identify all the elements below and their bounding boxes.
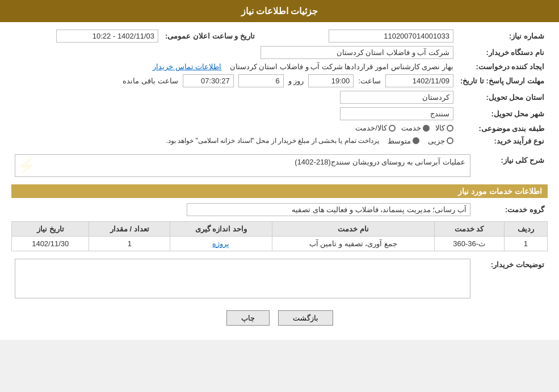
tabaghe-kala-label: کالا bbox=[435, 124, 445, 132]
col-unit: واحد اندازه گیری bbox=[170, 221, 272, 236]
tabaghe-radio-group: کالا خدمت کالا/خدمت bbox=[355, 124, 453, 132]
shomara-niaz-field: 1102007014001033 bbox=[329, 29, 453, 43]
process-jozi-label: جزیی bbox=[428, 137, 445, 145]
contact-link[interactable]: اطلاعات تماس خریدار bbox=[153, 62, 221, 71]
process-mottvaset-label: متوسط bbox=[388, 137, 411, 145]
process-label: نوع فرآیند خرید: bbox=[457, 135, 548, 147]
tabaghe-option-kala[interactable]: کالا bbox=[435, 124, 453, 132]
tozihat-textarea[interactable] bbox=[15, 259, 470, 298]
remaining-field: 07:30:27 bbox=[183, 74, 234, 87]
sharh-table: شرح کلی نیاز: عملیات آبرسانی به روستای د… bbox=[11, 153, 548, 179]
ostan-value: کردستان bbox=[11, 89, 457, 106]
ostan-label: استان محل تحویل: bbox=[457, 89, 548, 106]
tozihat-value bbox=[11, 257, 474, 302]
created-by-text: بهار نصری کارشناس امور قراردادها شرکت آب… bbox=[230, 62, 453, 71]
sharh-niaz-section: شرح کلی نیاز: عملیات آبرسانی به روستای د… bbox=[11, 153, 548, 179]
remaining-label: ساعت باقی مانده bbox=[123, 77, 178, 85]
info-section: شماره نیاز: 1102007014001033 تاریخ و ساع… bbox=[11, 28, 548, 147]
col-count: تعداد / مقدار bbox=[89, 221, 170, 236]
tabaghe-kalakhedmat-label: کالا/خدمت bbox=[355, 124, 387, 132]
page-title: جزئیات اطلاعات نیاز bbox=[241, 6, 318, 16]
col-name: نام خدمت bbox=[272, 221, 434, 236]
announce-date-value: 1402/11/03 - 10:22 bbox=[11, 28, 162, 44]
button-row: بازگشت چاپ bbox=[11, 310, 548, 326]
back-button[interactable]: بازگشت bbox=[278, 310, 333, 326]
grooh-khedmat-field: آب رسانی؛ مدیریت پسماند، فاضلاب و فعالیت… bbox=[187, 203, 470, 216]
shahr-label: شهر محل تحویل: bbox=[457, 106, 548, 122]
cell-radif: 1 bbox=[504, 236, 547, 251]
mohlat-label: مهلت ارسال پاسخ: تا تاریخ: bbox=[457, 73, 548, 89]
shomara-niaz-label: شماره نیاز: bbox=[457, 28, 548, 44]
cell-count: 1 bbox=[89, 236, 170, 251]
sharh-niaz-value: عملیات آبرسانی به روستای درویشان سنندج(2… bbox=[11, 153, 474, 179]
service-info-title: اطلاعات خدمات مورد نیاز bbox=[11, 184, 548, 198]
tabaghe-option-khedmat[interactable]: خدمت bbox=[401, 124, 430, 132]
sharh-niaz-text: عملیات آبرسانی به روستای درویشان سنندج(2… bbox=[295, 158, 465, 166]
process-value: جزیی متوسط پرداخت تمام یا بخشی از مبلغ خ… bbox=[11, 135, 457, 147]
cell-name: جمع آوری، تصفیه و تامین آب bbox=[272, 236, 434, 251]
tabaghe-label: طبقه بندی موضوعی: bbox=[457, 122, 548, 135]
tabaghe-radio-kala-icon bbox=[447, 125, 453, 132]
created-by-label: ایجاد کننده درخواست: bbox=[457, 61, 548, 73]
process-row: جزیی متوسط پرداخت تمام یا بخشی از مبلغ خ… bbox=[15, 137, 453, 145]
announce-date-field: 1402/11/03 - 10:22 bbox=[56, 29, 158, 43]
col-radif: ردیف bbox=[504, 221, 547, 236]
page-header: جزئیات اطلاعات نیاز bbox=[0, 0, 559, 22]
process-option-jozi[interactable]: جزیی bbox=[428, 137, 453, 145]
services-data-table: ردیف کد خدمت نام خدمت واحد اندازه گیری ت… bbox=[11, 221, 548, 251]
sharh-niaz-box: عملیات آبرسانی به روستای درویشان سنندج(2… bbox=[15, 154, 470, 177]
roz-label: روز و bbox=[288, 77, 304, 85]
process-option-mottvaset[interactable]: متوسط bbox=[388, 137, 419, 145]
page-wrapper: جزئیات اطلاعات نیاز شماره نیاز: 11020070… bbox=[0, 0, 559, 340]
watermark: ⚡ bbox=[16, 157, 36, 175]
print-button[interactable]: چاپ bbox=[226, 310, 270, 326]
shomara-niaz-value: 1102007014001033 bbox=[275, 28, 457, 44]
roz-field: 6 bbox=[238, 74, 284, 87]
time-label: ساعت: bbox=[358, 77, 381, 85]
announce-date-label: تاریخ و ساعت اعلان عمومی: bbox=[162, 28, 258, 44]
created-by-value: بهار نصری کارشناس امور قراردادها شرکت آب… bbox=[11, 61, 457, 73]
cell-date: 1402/11/30 bbox=[12, 236, 89, 251]
time-field: 19:00 bbox=[308, 74, 354, 87]
tabaghe-radio-khedmat-icon bbox=[423, 125, 430, 132]
grooh-khedmat-value: آب رسانی؛ مدیریت پسماند، فاضلاب و فعالیت… bbox=[11, 201, 474, 218]
tozihat-label: توضیحات خریدار: bbox=[474, 257, 548, 302]
grooh-khedmat-label: گروه خدمت: bbox=[474, 201, 548, 218]
mohlat-value: 1402/11/09 ساعت: 19:00 روز و 6 07:30:27 … bbox=[11, 73, 457, 89]
name-dastgah-field: شرکت آب و فاضلاب استان کردستان bbox=[260, 46, 453, 59]
date-field: 1402/11/09 bbox=[385, 74, 453, 87]
ostan-field: کردستان bbox=[340, 91, 453, 104]
shahr-field: سنندج bbox=[340, 107, 453, 120]
service-table: گروه خدمت: آب رسانی؛ مدیریت پسماند، فاضل… bbox=[11, 201, 548, 218]
tozihat-section: توضیحات خریدار: bbox=[11, 257, 548, 302]
col-date: تاریخ نیاز bbox=[12, 221, 89, 236]
tabaghe-value: کالا خدمت کالا/خدمت bbox=[11, 122, 457, 135]
cell-kod: ث-36-360 bbox=[434, 236, 504, 251]
col-kod: کد خدمت bbox=[434, 221, 504, 236]
tabaghe-khedmat-label: خدمت bbox=[401, 124, 421, 132]
process-note: پرداخت تمام یا بخشی از مبلغ خریدار از مح… bbox=[166, 137, 379, 145]
cell-unit[interactable]: پروژه bbox=[170, 236, 272, 251]
process-radio-jozi-icon bbox=[447, 137, 453, 144]
sharh-niaz-label: شرح کلی نیاز: bbox=[474, 153, 548, 179]
name-dastgah-value: شرکت آب و فاضلاب استان کردستان bbox=[11, 44, 457, 61]
shahr-value: سنندج bbox=[11, 106, 457, 122]
process-radio-mottvaset-icon bbox=[413, 137, 419, 144]
table-row: 1 ث-36-360 جمع آوری، تصفیه و تامین آب پر… bbox=[12, 236, 548, 251]
tabaghe-radio-kalakhedmat-icon bbox=[389, 125, 396, 132]
name-dastgah-label: نام دستگاه خریدار: bbox=[457, 44, 548, 61]
main-content: شماره نیاز: 1102007014001033 تاریخ و ساع… bbox=[0, 22, 559, 340]
tabaghe-option-kala-khedmat[interactable]: کالا/خدمت bbox=[355, 124, 396, 132]
